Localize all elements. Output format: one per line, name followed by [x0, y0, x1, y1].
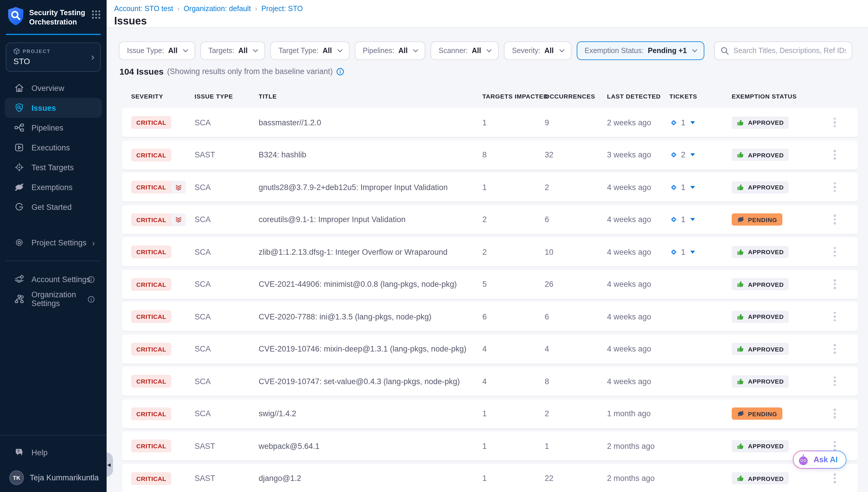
sidebar-item-label: Test Targets — [31, 163, 74, 172]
filter-severity[interactable]: Severity:All — [504, 41, 571, 60]
severity-label: CRITICAL — [131, 343, 172, 355]
app-logo-shield-icon — [7, 6, 24, 26]
ticket-expand-caret-icon[interactable] — [690, 186, 695, 189]
severity-badge: CRITICAL — [131, 181, 186, 194]
issue-type: SAST — [194, 442, 259, 450]
stacked-issues-icon — [172, 213, 186, 226]
tickets-cell: 1 — [669, 183, 732, 192]
severity-label: CRITICAL — [131, 440, 172, 452]
sidebar-item-label: Executions — [31, 143, 70, 152]
row-actions-cell — [828, 276, 858, 293]
sidebar-item-label: Pipelines — [31, 123, 63, 132]
sidebar-item-help[interactable]: ? Help — [5, 442, 102, 462]
ticket-expand-caret-icon[interactable] — [690, 250, 695, 253]
sidebar-footer: ? Help TK Teja Kummarikuntla — [0, 435, 107, 492]
filter-targets[interactable]: Targets:All — [200, 41, 265, 60]
sidebar-item-issues[interactable]: Issues — [5, 98, 102, 118]
filter-exemption-status[interactable]: Exemption Status:Pending +1 — [576, 41, 704, 60]
issue-type: SCA — [194, 312, 259, 321]
sidebar-item-pipelines[interactable]: Pipelines — [5, 118, 102, 138]
issue-row[interactable]: CRITICALSCAgnutls28@3.7.9-2+deb12u5: Imp… — [122, 173, 858, 202]
issue-row[interactable]: CRITICALSCAcoreutils@9.1-1: Improper Inp… — [122, 205, 858, 234]
exemption-status-label: PENDING — [748, 410, 777, 417]
last-detected: 4 weeks ago — [607, 345, 669, 353]
kebab-menu-icon[interactable] — [830, 470, 839, 487]
issue-title: CVE-2020-7788: ini@1.3.5 (lang-pkgs, nod… — [259, 312, 482, 321]
issue-row[interactable]: CRITICALSCACVE-2019-10747: set-value@0.4… — [122, 367, 858, 396]
issue-row[interactable]: CRITICALSASTwebpack@5.64.1112 months ago… — [122, 432, 858, 461]
severity-label: CRITICAL — [131, 181, 172, 194]
kebab-menu-icon[interactable] — [830, 211, 839, 228]
kebab-menu-icon[interactable] — [830, 147, 839, 163]
help-label: Help — [31, 448, 48, 457]
breadcrumb-link[interactable]: Organization: default — [184, 5, 251, 13]
severity-cell: CRITICAL — [131, 278, 194, 291]
issue-row[interactable]: CRITICALSCACVE-2021-44906: minimist@0.0.… — [122, 270, 858, 299]
kebab-menu-icon[interactable] — [830, 341, 839, 357]
user-menu[interactable]: TK Teja Kummarikuntla — [5, 470, 102, 485]
kebab-menu-icon[interactable] — [830, 179, 839, 196]
kebab-menu-icon[interactable] — [830, 244, 839, 260]
issue-row[interactable]: CRITICALSCAswig//1.4.2121 month agoPENDI… — [122, 399, 858, 428]
ticket-expand-caret-icon[interactable] — [690, 153, 695, 156]
issue-type: SCA — [194, 118, 259, 127]
severity-cell: CRITICAL — [131, 245, 194, 258]
issue-row[interactable]: CRITICALSCAzlib@1:1.2.13.dfsg-1: Integer… — [122, 237, 858, 266]
filter-pipelines[interactable]: Pipelines:All — [354, 41, 425, 60]
filter-issue-type[interactable]: Issue Type:All — [119, 41, 195, 60]
chevron-down-icon — [558, 49, 564, 52]
last-detected: 4 weeks ago — [607, 280, 669, 289]
shield-search-icon — [14, 103, 24, 113]
issue-row[interactable]: CRITICALSCACVE-2020-7788: ini@1.3.5 (lan… — [122, 302, 858, 331]
issue-row[interactable]: CRITICALSCAbassmaster//1.2.0192 weeks ag… — [122, 108, 858, 137]
kebab-menu-icon[interactable] — [830, 373, 839, 390]
sidebar-item-test-targets[interactable]: Test Targets — [5, 157, 102, 177]
issue-row[interactable]: CRITICALSASTB324: hashlib8323 weeks ago2… — [122, 140, 858, 169]
sidebar-item-account-settings[interactable]: Account Settings — [5, 269, 102, 289]
occurrences: 8 — [545, 377, 607, 386]
app-switcher-grid-icon[interactable] — [91, 10, 101, 19]
issue-row[interactable]: CRITICALSASTdjango@1.21222 months agoAPP… — [122, 464, 858, 492]
thumbs-up-icon — [737, 248, 744, 255]
severity-badge: CRITICAL — [131, 310, 172, 323]
issue-row[interactable]: CRITICALSCACVE-2019-10746: mixin-deep@1.… — [122, 334, 858, 364]
severity-badge: CRITICAL — [131, 245, 172, 258]
ask-ai-button[interactable]: Ask AI — [793, 451, 846, 469]
ticket-expand-caret-icon[interactable] — [690, 121, 695, 124]
search-input[interactable] — [733, 47, 846, 55]
targets-impacted: 1 — [482, 442, 545, 450]
filter-value: All — [168, 47, 177, 55]
last-detected: 2 months ago — [607, 442, 669, 450]
row-actions-cell — [828, 211, 858, 228]
breadcrumb-link[interactable]: Project: STO — [261, 5, 303, 13]
exemption-status-label: APPROVED — [748, 281, 784, 288]
sidebar-item-overview[interactable]: Overview — [5, 78, 102, 98]
targets-impacted: 1 — [482, 118, 545, 127]
avatar: TK — [9, 470, 24, 485]
sidebar-item-organization-settings[interactable]: Organization Settings — [5, 289, 102, 309]
baseline-info-icon[interactable] — [336, 68, 345, 76]
page-header: Account: STO test›Organization: default›… — [107, 0, 868, 28]
sidebar-item-executions[interactable]: Executions — [5, 138, 102, 157]
sidebar-item-get-started[interactable]: Get Started — [5, 197, 102, 217]
filter-target-type[interactable]: Target Type:All — [270, 41, 349, 60]
occurrences: 32 — [545, 150, 607, 159]
breadcrumb-separator-icon: › — [255, 5, 257, 13]
kebab-menu-icon[interactable] — [830, 114, 839, 131]
column-header-last-detected: LAST DETECTED — [607, 93, 669, 100]
ticket-expand-caret-icon[interactable] — [690, 218, 695, 221]
breadcrumb-link[interactable]: Account: STO test — [114, 5, 173, 13]
tickets-cell: 1 — [669, 247, 732, 256]
sidebar-item-exemptions[interactable]: Exemptions — [5, 177, 102, 197]
exemption-status-label: APPROVED — [748, 378, 784, 385]
target-icon — [14, 162, 24, 173]
kebab-menu-icon[interactable] — [830, 276, 839, 293]
filter-label: Pipelines: — [363, 47, 394, 55]
sidebar-item-project-settings[interactable]: Project Settings› — [5, 232, 102, 252]
kebab-menu-icon[interactable] — [830, 405, 839, 422]
kebab-menu-icon[interactable] — [830, 309, 839, 325]
user-name: Teja Kummarikuntla — [30, 473, 99, 482]
project-selector[interactable]: PROJECT STO › — [6, 43, 101, 72]
last-detected: 3 weeks ago — [607, 150, 669, 159]
filter-scanner[interactable]: Scanner:All — [430, 41, 499, 60]
